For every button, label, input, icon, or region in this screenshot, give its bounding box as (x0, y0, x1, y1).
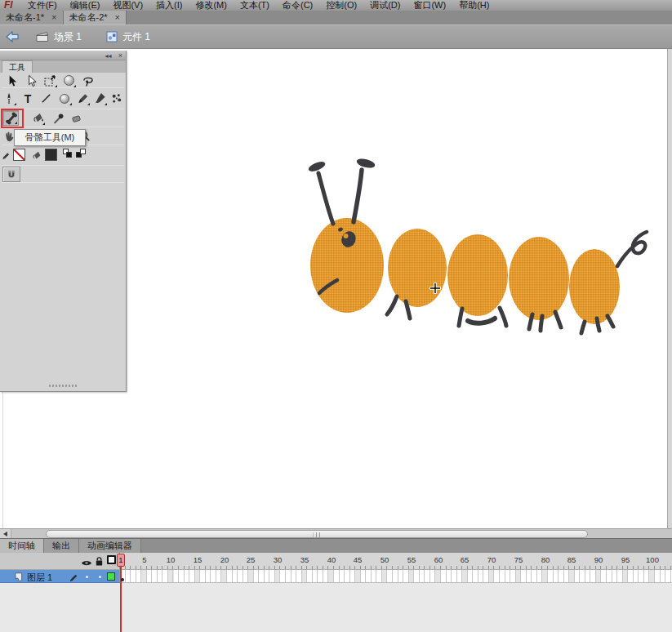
tool-3d-rotation[interactable] (60, 73, 77, 88)
layer-row[interactable]: 图层 1 (0, 570, 120, 583)
tool-line[interactable] (38, 91, 54, 106)
menu-help[interactable]: 帮助(H) (452, 0, 496, 11)
outline-square-icon (107, 555, 116, 564)
frames-grid[interactable] (120, 570, 672, 583)
tool-eraser[interactable] (69, 110, 85, 126)
menu-insert[interactable]: 插入(I) (149, 0, 189, 11)
tools-tab-row: 工具 (0, 60, 126, 73)
swap-colors-button[interactable] (76, 149, 87, 158)
ruler-label: 65 (461, 555, 470, 564)
panel-resize-handle[interactable] (49, 385, 77, 387)
scrollbar-thumb[interactable] (46, 530, 588, 538)
ruler-label: 90 (594, 555, 603, 564)
breadcrumb-scene[interactable]: 场景 1 (36, 30, 82, 44)
collapse-panel-icon[interactable]: ◂◂ (105, 52, 111, 60)
ruler-label: 40 (327, 555, 336, 564)
line-icon (40, 92, 52, 105)
tool-pencil[interactable] (74, 91, 91, 106)
doc-tab-untitled-2[interactable]: 未命名-2* × (64, 11, 127, 24)
breadcrumb-symbol[interactable]: 元件 1 (106, 30, 150, 44)
close-panel-icon[interactable]: × (118, 51, 122, 60)
tool-brush[interactable] (91, 91, 108, 106)
menu-view[interactable]: 视图(V) (106, 0, 149, 11)
tool-deco[interactable] (108, 91, 124, 106)
stage-horizontal-scrollbar[interactable] (0, 528, 672, 538)
stage-vertical-scrollbar[interactable] (667, 49, 672, 528)
lock-icon (95, 556, 104, 567)
close-icon[interactable]: × (115, 13, 120, 22)
layer-outline-color-swatch[interactable] (107, 572, 115, 581)
eye-icon (81, 559, 92, 567)
timeline-tab-bar: 时间轴 输出 动画编辑器 (0, 539, 672, 553)
stroke-color-swatch-none[interactable] (13, 149, 25, 161)
snap-to-objects-button[interactable] (2, 167, 20, 182)
scene-label: 场景 1 (54, 30, 82, 44)
text-tool-icon: T (24, 92, 32, 105)
close-icon[interactable]: × (51, 13, 56, 22)
menu-modify[interactable]: 修改(M) (189, 0, 234, 11)
ruler-label: 55 (407, 555, 416, 564)
back-button[interactable] (5, 30, 20, 43)
edit-bar: 场景 1 元件 1 (0, 24, 672, 49)
doc-tab-untitled-1[interactable]: 未命名-1* × (0, 11, 64, 24)
magnet-icon (6, 169, 17, 180)
menu-text[interactable]: 文本(T) (234, 0, 276, 11)
doc-tab-label: 未命名-1* (6, 11, 44, 24)
layer-controls-header (0, 553, 120, 570)
menu-window[interactable]: 窗口(W) (407, 0, 452, 11)
ruler-label: 20 (220, 555, 229, 564)
black-white-colors-button[interactable] (63, 149, 73, 158)
fill-color-swatch[interactable] (45, 149, 57, 161)
tool-subselection[interactable] (23, 73, 39, 88)
doc-tab-label: 未命名-2* (69, 11, 108, 24)
show-layers-as-outlines-toggle[interactable] (107, 555, 116, 564)
caterpillar-tail-curl (617, 232, 647, 266)
menu-bar: Fl 文件(F) 编辑(E) 视图(V) 插入(I) 修改(M) 文本(T) 命… (0, 0, 672, 11)
menu-file[interactable]: 文件(F) (21, 0, 64, 11)
ruler-label: 25 (247, 555, 256, 564)
document-tab-bar: 未命名-1* × 未命名-2* × (0, 11, 672, 24)
lock-all-layers-toggle[interactable] (95, 555, 104, 570)
playhead-current-frame[interactable]: 1 (117, 554, 125, 567)
scene-icon (36, 31, 49, 42)
tool-text[interactable]: T (20, 91, 36, 106)
show-hide-all-layers-toggle[interactable] (81, 556, 92, 571)
scroll-left-button[interactable] (0, 529, 11, 538)
tool-pen[interactable] (1, 91, 17, 106)
ruler-label: 50 (381, 555, 389, 564)
layer-lock-dot[interactable] (99, 576, 101, 578)
timeline-ruler[interactable]: 5 10 15 20 25 30 35 40 45 50 55 60 65 70… (120, 553, 672, 570)
menu-edit[interactable]: 编辑(E) (64, 0, 107, 11)
ruler-label: 45 (354, 555, 363, 564)
tools-panel: ◂◂ × 工具 (0, 51, 127, 392)
pen-icon (3, 91, 15, 105)
stage-left-edge (2, 392, 3, 528)
caterpillar-body-segments (310, 218, 620, 324)
app-logo: Fl (0, 0, 21, 11)
tool-lasso[interactable] (80, 73, 96, 88)
tool-oval[interactable] (56, 91, 73, 106)
symbol-label: 元件 1 (122, 30, 150, 44)
deco-spray-icon (110, 92, 122, 105)
timeline-empty-area (0, 583, 672, 632)
menu-debug[interactable]: 调试(D) (363, 0, 407, 11)
keyframe-dot (121, 578, 124, 581)
playhead-line[interactable] (120, 567, 122, 632)
tab-motion-editor[interactable]: 动画编辑器 (79, 539, 141, 553)
tab-output[interactable]: 输出 (44, 539, 79, 553)
tool-eyedropper[interactable] (50, 110, 66, 126)
menu-commands[interactable]: 命令(C) (276, 0, 319, 11)
tools-panel-header: ◂◂ × (0, 51, 126, 60)
ruler-label: 70 (487, 555, 496, 564)
layer-visibility-dot[interactable] (86, 576, 88, 578)
fill-color-bucket-icon (29, 148, 42, 163)
caterpillar-antenna-tips (307, 157, 376, 173)
tool-free-transform[interactable] (42, 73, 58, 88)
tools-panel-tab[interactable]: 工具 (2, 60, 33, 73)
layer-name[interactable]: 图层 1 (27, 572, 52, 584)
tab-timeline[interactable]: 时间轴 (0, 539, 44, 553)
tool-paint-bucket[interactable] (29, 110, 46, 126)
bone-tool-tooltip: 骨骼工具(M) (14, 129, 86, 146)
tool-selection[interactable] (3, 73, 20, 88)
menu-control[interactable]: 控制(O) (319, 0, 363, 11)
